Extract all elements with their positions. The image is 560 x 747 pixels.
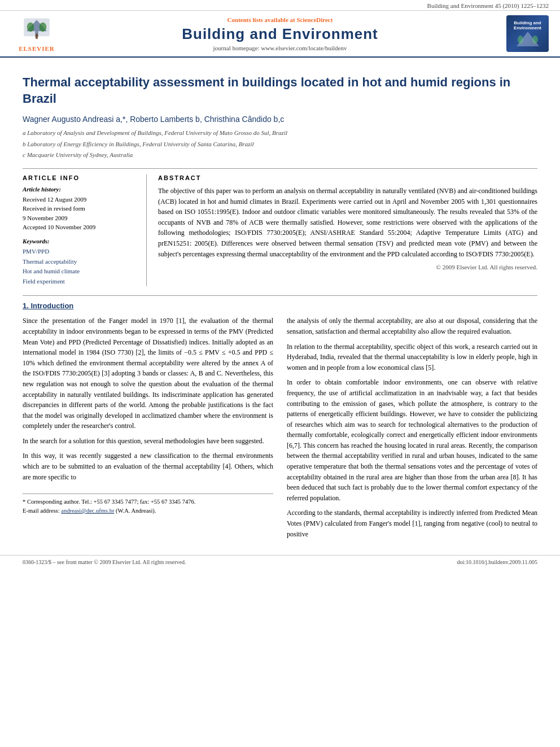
received-revised-label: Received in revised form bbox=[23, 204, 137, 213]
journal-title: Building and Environment bbox=[62, 25, 498, 43]
footnote-section: * Corresponding author. Tel.: +55 67 334… bbox=[23, 493, 273, 516]
intro-para-2: In the search for a solution for this qu… bbox=[23, 436, 273, 447]
elsevier-icon bbox=[20, 16, 54, 44]
info-abstract-section: ARTICLE INFO Article history: Received 1… bbox=[23, 174, 537, 286]
svg-point-5 bbox=[40, 22, 47, 31]
svg-point-4 bbox=[27, 22, 34, 31]
authors-text: Wagner Augusto Andreasi a,*, Roberto Lam… bbox=[23, 115, 284, 124]
intro-para-1: Since the presentation of the Fanger mod… bbox=[23, 316, 273, 431]
history-label: Article history: bbox=[23, 186, 137, 193]
article-title: Thermal acceptability assessment in buil… bbox=[23, 75, 537, 107]
keyword-4: Field experiment bbox=[23, 277, 137, 287]
body-left-col: Since the presentation of the Fanger mod… bbox=[23, 316, 273, 544]
revised-date: 9 November 2009 bbox=[23, 213, 137, 223]
svg-rect-6 bbox=[36, 33, 38, 38]
body-right-col: the analysis of only the thermal accepta… bbox=[287, 316, 537, 544]
intro-right-para-2: In relation to the thermal acceptability… bbox=[287, 342, 537, 373]
article-info-label: ARTICLE INFO bbox=[23, 174, 137, 181]
svg-point-9 bbox=[518, 36, 523, 43]
right-logo-line1: Building and bbox=[514, 20, 541, 25]
accepted-date: Accepted 10 November 2009 bbox=[23, 222, 137, 232]
authors-line: Wagner Augusto Andreasi a,*, Roberto Lam… bbox=[23, 115, 537, 124]
affiliations: a Laboratory of Analysis and Development… bbox=[23, 128, 537, 160]
affiliation-a: a Laboratory of Analysis and Development… bbox=[23, 128, 537, 138]
article-info-panel: ARTICLE INFO Article history: Received 1… bbox=[23, 174, 147, 286]
keyword-1: PMV/PPD bbox=[23, 247, 137, 257]
divider-2 bbox=[23, 295, 537, 296]
main-content: Thermal acceptability assessment in buil… bbox=[0, 58, 560, 555]
footnote-email[interactable]: andreasi@dec.ufms.br bbox=[61, 508, 114, 514]
footnote-star: * Corresponding author. Tel.: +55 67 334… bbox=[23, 497, 273, 506]
journal-logo-box: Building and Environment bbox=[506, 15, 549, 52]
keyword-2: Thermal acceptability bbox=[23, 257, 137, 267]
journal-header: ELSEVIER Contents lists available at Sci… bbox=[0, 11, 560, 58]
svg-point-10 bbox=[532, 36, 538, 43]
sciencedirect-link-text[interactable]: ScienceDirect bbox=[296, 16, 333, 23]
intro-right-para-3: In order to obtain comfortable indoor en… bbox=[287, 377, 537, 503]
intro-right-para-4: According to the standards, thermal acce… bbox=[287, 508, 537, 539]
elsevier-logo-area: ELSEVIER bbox=[11, 16, 62, 52]
abstract-panel: ABSTRACT The objective of this paper was… bbox=[158, 174, 537, 286]
keywords-label: Keywords: bbox=[23, 238, 137, 244]
top-citation-bar: Building and Environment 45 (2010) 1225–… bbox=[0, 0, 560, 11]
right-logo-area: Building and Environment bbox=[498, 15, 549, 52]
introduction-heading: 1. Introduction bbox=[23, 302, 537, 310]
sciencedirect-line: Contents lists available at ScienceDirec… bbox=[62, 16, 498, 23]
affiliation-b: b Laboratory of Energy Efficiency in Bui… bbox=[23, 139, 537, 150]
copyright-line: © 2009 Elsevier Ltd. All rights reserved… bbox=[158, 264, 537, 270]
received-date: Received 12 August 2009 bbox=[23, 195, 137, 204]
citation-text: Building and Environment 45 (2010) 1225–… bbox=[427, 2, 549, 9]
footnote-email-label: E-mail address: bbox=[23, 508, 60, 514]
journal-homepage: journal homepage: www.elsevier.com/locat… bbox=[62, 45, 498, 51]
keyword-3: Hot and humid climate bbox=[23, 267, 137, 277]
elsevier-logo: ELSEVIER bbox=[19, 16, 55, 52]
footer-bar: 0360-1323/$ – see front matter © 2009 El… bbox=[0, 555, 560, 569]
divider-1 bbox=[23, 168, 537, 169]
footnote-email-suffix: (W.A. Andreasi). bbox=[116, 508, 156, 514]
intro-para-3: In this way, it was recently suggested a… bbox=[23, 451, 273, 482]
footnote-email-line: E-mail address: andreasi@dec.ufms.br (W.… bbox=[23, 506, 273, 516]
journal-center-info: Contents lists available at ScienceDirec… bbox=[62, 16, 498, 51]
affiliation-c: c Macquarie University of Sydney, Austra… bbox=[23, 150, 537, 160]
right-logo-line2: Environment bbox=[514, 25, 541, 30]
journal-logo-icon bbox=[514, 30, 542, 47]
footer-doi: doi:10.1016/j.buildenv.2009.11.005 bbox=[457, 559, 537, 565]
body-columns: Since the presentation of the Fanger mod… bbox=[23, 316, 537, 544]
abstract-text: The objective of this paper was to perfo… bbox=[158, 186, 537, 259]
footer-issn: 0360-1323/$ – see front matter © 2009 El… bbox=[23, 559, 186, 565]
intro-right-para-1: the analysis of only the thermal accepta… bbox=[287, 316, 537, 337]
elsevier-brand-text: ELSEVIER bbox=[19, 45, 55, 52]
abstract-label: ABSTRACT bbox=[158, 174, 537, 181]
